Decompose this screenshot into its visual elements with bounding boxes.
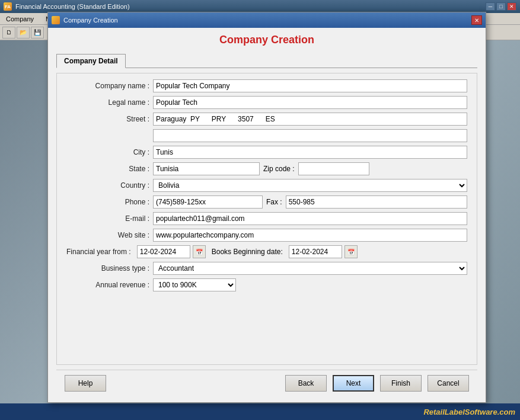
taskbar: FA Financial Accounting (Standard Editio… [0,0,520,13]
fin-year-group: 📅 [137,245,206,258]
open-button[interactable]: 📂 [17,27,30,39]
city-label: City : [66,148,149,156]
company-name-row: Company name : [66,79,467,92]
website-label: Web site : [66,231,149,239]
cancel-button[interactable]: Cancel [428,375,469,392]
books-begin-calendar-button[interactable]: 📅 [344,245,358,258]
app-icon: FA [4,2,12,11]
business-type-label: Business type : [66,264,149,272]
fin-year-input[interactable] [137,245,190,258]
books-begin-group: 📅 [289,245,358,258]
finish-button[interactable]: Finish [380,375,422,392]
dialog-titlebar: Company Creation ✕ [48,12,486,28]
legal-name-label: Legal name : [66,98,149,107]
brand-highlight: RetailLabelSoftware.com [423,408,515,416]
app-title: Financial Accounting (Standard Edition) [15,3,482,10]
annual-revenue-select[interactable]: 100 to 900K 900K to 5M 5M to 50M 50M+ [153,278,236,291]
country-select[interactable]: Bolivia [153,179,467,192]
street-input-2[interactable] [153,129,467,142]
help-button[interactable]: Help [65,375,106,392]
date-row: Financial year from : 📅 Books Beginning … [66,245,467,258]
phone-input[interactable] [153,195,263,209]
company-creation-dialog: Company Creation ✕ Company Creation Comp… [47,12,486,403]
company-name-input[interactable] [153,79,467,92]
save-button[interactable]: 💾 [31,27,44,39]
phone-label: Phone : [66,198,149,206]
street-row-1: Street : [66,113,467,126]
city-row: City : [66,146,467,159]
tab-bar: Company Detail [56,53,477,68]
website-input[interactable] [153,229,467,242]
books-begin-input[interactable] [289,245,342,258]
next-button[interactable]: Next [333,375,374,392]
zip-label: Zip code : [263,165,295,173]
annual-revenue-label: Annual revenue : [66,281,149,289]
legal-name-input[interactable] [153,96,467,109]
fin-year-label: Financial year from : [66,248,131,256]
country-row: Country : Bolivia [66,179,467,192]
close-button[interactable]: ✕ [507,2,516,11]
brand-text: RetailLabelSoftware.com [423,408,515,416]
company-name-label: Company name : [66,82,149,90]
website-row: Web site : [66,229,467,242]
email-label: E-mail : [66,214,149,223]
form-area: Company name : Legal name : Street : Cit… [56,73,477,365]
menu-company[interactable]: Company [0,14,40,24]
dialog-main-title: Company Creation [56,34,477,46]
street-label: Street : [66,115,149,123]
footer-buttons: Help Back Next Finish Cancel [56,370,477,396]
legal-name-row: Legal name : [66,96,467,109]
state-label: State : [66,165,149,173]
phone-fax-row: Phone : Fax : [66,195,467,209]
dialog-body: Company Creation Company Detail Company … [48,28,486,402]
books-begin-label: Books Beginning date: [212,248,283,256]
dialog-title: Company Creation [63,17,468,24]
fax-label: Fax : [266,198,282,206]
new-button[interactable]: 🗋 [2,27,15,39]
business-type-row: Business type : Accountant [66,262,467,275]
back-button[interactable]: Back [285,375,327,392]
business-type-select[interactable]: Accountant [153,262,467,275]
minimize-button[interactable]: ─ [486,2,495,11]
state-input[interactable] [153,162,260,175]
window-controls: ─ □ ✕ [486,2,516,11]
tab-company-detail[interactable]: Company Detail [56,54,126,68]
brand-bar: RetailLabelSoftware.com [0,403,520,420]
fin-year-calendar-button[interactable]: 📅 [193,245,206,258]
annual-revenue-row: Annual revenue : 100 to 900K 900K to 5M … [66,278,467,291]
email-row: E-mail : [66,212,467,225]
zip-input[interactable] [298,162,369,175]
street-row-2 [66,129,467,142]
dialog-icon [52,16,60,24]
city-input[interactable] [153,146,467,159]
street-input-1[interactable] [153,113,467,126]
maximize-button[interactable]: □ [496,2,506,11]
country-label: Country : [66,181,149,190]
state-zip-row: State : Zip code : [66,162,467,175]
fax-input[interactable] [286,195,467,209]
dialog-close-button[interactable]: ✕ [471,15,482,25]
email-input[interactable] [153,212,467,225]
